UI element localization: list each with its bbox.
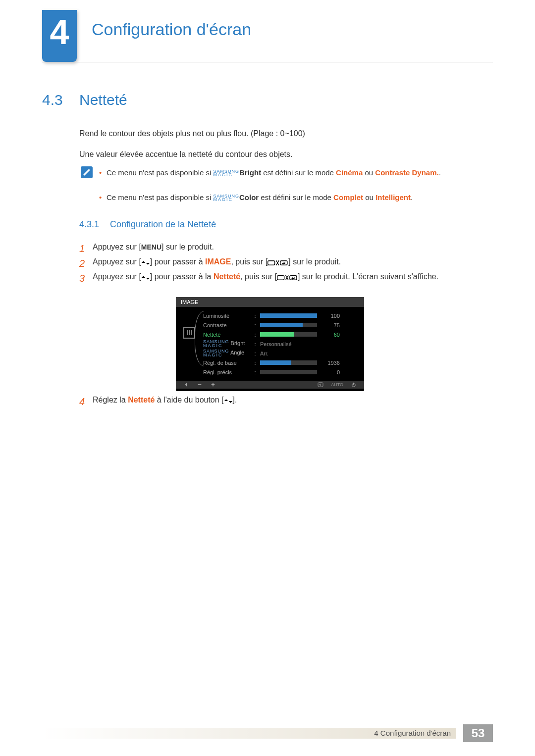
osd-row: Luminosité:100 <box>203 311 355 320</box>
note-bullet: Ce menu n'est pas disponible si SAMSUNGM… <box>107 192 483 203</box>
up-down-icon <box>224 394 233 407</box>
chapter-title: Configuration d'écran <box>92 20 251 39</box>
svg-rect-9 <box>353 383 354 385</box>
samsung-magic-label: SAMSUNGMAGIC <box>214 195 240 202</box>
enter-icon <box>318 382 323 387</box>
page-number: 53 <box>463 724 493 742</box>
chapter-number-box: 4 <box>42 10 77 62</box>
power-icon <box>351 382 357 387</box>
minus-icon <box>197 382 203 387</box>
osd-tab-indicator <box>195 311 204 366</box>
step-item: 1 Appuyez sur [MENU] sur le produit. <box>93 241 484 253</box>
menu-key-label: MENU <box>141 243 161 251</box>
up-down-icon <box>141 256 150 269</box>
osd-row: Contraste:75 <box>203 320 355 330</box>
note-bullet: Ce menu n'est pas disponible si SAMSUNGM… <box>107 167 483 179</box>
osd-auto-label: AUTO <box>331 382 343 387</box>
samsung-magic-label: SAMSUNGMAGIC <box>214 170 240 177</box>
osd-title: IMAGE <box>176 297 364 307</box>
plus-icon <box>210 382 216 387</box>
section-title: Netteté <box>79 92 127 108</box>
osd-row: SAMSUNGMAGIC Bright:Personnalisé <box>203 339 355 349</box>
step-item: 2 Appuyez sur [] pour passer à IMAGE, pu… <box>93 255 484 269</box>
note-icon <box>81 166 93 178</box>
section-number: 4.3 <box>42 92 63 108</box>
up-down-icon <box>141 271 150 284</box>
subsection-number: 4.3.1 <box>79 219 99 230</box>
paragraph: Rend le contour des objets plus net ou p… <box>79 128 485 140</box>
divider <box>42 62 493 62</box>
osd-panel: IMAGE Luminosité:100Contraste:75Netteté:… <box>176 297 364 391</box>
osd-control-bar: AUTO <box>176 381 364 389</box>
svg-rect-2 <box>277 276 284 280</box>
svg-rect-1 <box>280 261 287 265</box>
step-item: 3 Appuyez sur [] pour passer à la Nettet… <box>93 270 484 284</box>
svg-rect-4 <box>198 384 202 385</box>
svg-rect-6 <box>213 383 214 387</box>
enter-keys-icon <box>277 271 298 284</box>
enter-keys-icon <box>268 256 288 269</box>
left-icon <box>183 382 189 387</box>
subsection-title: Configuration de la Netteté <box>110 219 216 230</box>
step-item: 4 Réglez la Netteté à l'aide du bouton [… <box>93 394 484 407</box>
svg-rect-0 <box>268 261 275 265</box>
osd-category-icon <box>183 327 195 339</box>
osd-row: Régl. de base:1936 <box>203 358 355 367</box>
osd-row: Régl. précis:0 <box>203 367 355 377</box>
svg-rect-3 <box>290 276 297 280</box>
osd-row: SAMSUNGMAGIC Angle:Arr. <box>203 349 355 358</box>
footer-text: 4 Configuration d'écran <box>374 729 451 737</box>
osd-row: Netteté:60 <box>203 330 355 339</box>
paragraph: Une valeur élevée accentue la netteté du… <box>79 149 485 160</box>
